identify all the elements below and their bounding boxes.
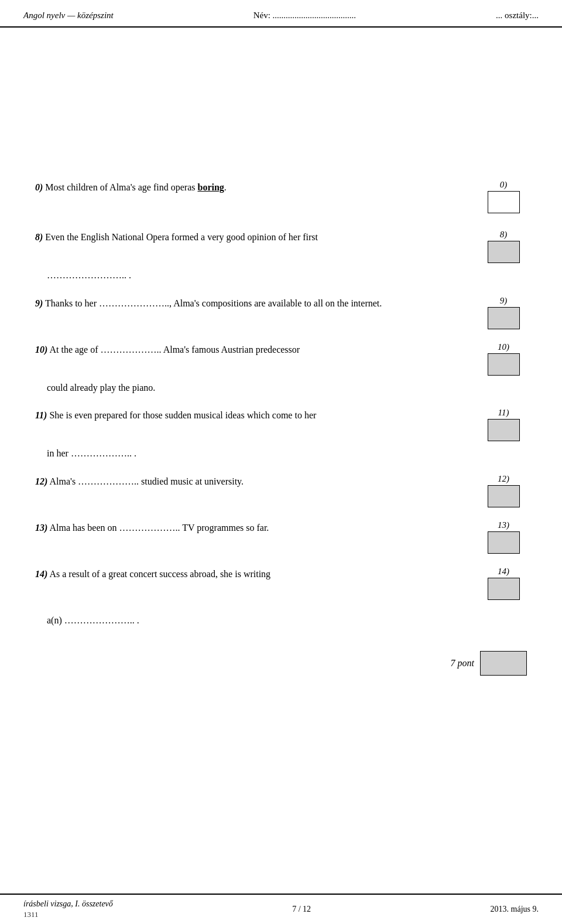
question-11-body: She is even prepared for those sudden mu…: [49, 410, 316, 420]
question-14-sub-text: a(n) ………………….. .: [47, 615, 139, 625]
question-14-sub: a(n) ………………….. .: [47, 613, 527, 628]
question-14-text: 14) As a result of a great concert succe…: [35, 567, 480, 582]
question-13-score-label: 13): [498, 520, 509, 530]
question-8-number: 8): [35, 232, 43, 242]
question-12-score-label: 12): [498, 474, 509, 484]
question-12-block: 12) Alma's ……………….. studied music at uni…: [35, 474, 527, 507]
question-8-score-label: 8): [500, 230, 508, 240]
question-0-body: Most children of Alma's age find operas …: [45, 182, 227, 192]
question-10-score-box: [488, 353, 520, 376]
question-10-sub: could already play the piano.: [47, 380, 527, 395]
question-9-score-label: 9): [500, 296, 508, 306]
question-13-body: Alma has been on ……………….. TV programmes …: [49, 523, 269, 533]
question-11-sub: in her ……………….. .: [47, 446, 527, 461]
question-10-score-area: 10): [480, 342, 527, 376]
question-14-body: As a result of a great concert success a…: [49, 569, 270, 579]
footer-right: 2013. május 9.: [491, 905, 539, 914]
question-10-number: 10): [35, 345, 47, 354]
question-8-score-box: [488, 241, 520, 263]
question-11-block: 11) She is even prepared for those sudde…: [35, 408, 527, 441]
question-10-body: At the age of ……………….. Alma's famous Aus…: [49, 345, 300, 354]
question-10-sub-text: could already play the piano.: [47, 383, 155, 393]
question-8-body: Even the English National Opera formed a…: [45, 232, 318, 242]
question-9-score-area: 9): [480, 296, 527, 329]
footer-bottom-left: 1311: [23, 910, 113, 919]
total-score-box: [480, 651, 527, 676]
question-8-text: 8) Even the English National Opera forme…: [35, 230, 480, 245]
question-13-number: 13): [35, 523, 47, 533]
question-14-score-box: [488, 578, 520, 600]
footer-center: 7 / 12: [292, 905, 311, 914]
question-9-body: Thanks to her ………………….., Alma's composit…: [45, 298, 382, 308]
total-row: 7 pont: [35, 651, 527, 676]
question-0-text: 0) Most children of Alma's age find oper…: [35, 180, 480, 195]
question-8-sub-text: …………………….. .: [47, 270, 131, 280]
question-12-text: 12) Alma's ……………….. studied music at uni…: [35, 474, 480, 489]
header-center: Név: ...................................…: [253, 11, 356, 21]
question-10-block: 10) At the age of ……………….. Alma's famous…: [35, 342, 527, 376]
question-11-score-label: 11): [498, 408, 509, 418]
question-13-score-box: [488, 531, 520, 554]
question-12-number: 12): [35, 476, 47, 486]
footer-left: írásbeli vizsga, I. összetevő: [23, 899, 113, 909]
question-0-number: 0): [35, 182, 43, 192]
main-content: 0) Most children of Alma's age find oper…: [0, 28, 562, 687]
header-right: ... osztály:...: [496, 11, 539, 21]
question-8-score-area: 8): [480, 230, 527, 263]
question-11-sub-text: in her ……………….. .: [47, 448, 136, 458]
question-14-score-label: 14): [498, 567, 509, 577]
question-9-block: 9) Thanks to her ………………….., Alma's compo…: [35, 296, 527, 329]
question-14-score-area: 14): [480, 567, 527, 600]
question-0-score-label: 0): [500, 180, 508, 190]
question-0-score-area: 0): [480, 180, 527, 213]
question-8-sub: …………………….. .: [47, 268, 527, 283]
question-11-score-box: [488, 419, 520, 441]
question-0-score-box: [488, 191, 520, 213]
question-13-block: 13) Alma has been on ……………….. TV program…: [35, 520, 527, 554]
question-9-number: 9): [35, 298, 43, 308]
page-footer: írásbeli vizsga, I. összetevő 1311 7 / 1…: [0, 894, 562, 924]
question-9-score-box: [488, 307, 520, 329]
question-14-block: 14) As a result of a great concert succe…: [35, 567, 527, 600]
total-label: 7 pont: [451, 658, 474, 669]
question-0-block: 0) Most children of Alma's age find oper…: [35, 180, 527, 213]
page-header: Angol nyelv — középszint Név: ..........…: [0, 0, 562, 28]
question-0-bold: boring: [197, 182, 224, 192]
question-8-block: 8) Even the English National Opera forme…: [35, 230, 527, 263]
header-left: Angol nyelv — középszint: [23, 11, 114, 21]
question-11-number: 11): [35, 410, 47, 420]
question-13-text: 13) Alma has been on ……………….. TV program…: [35, 520, 480, 536]
question-13-score-area: 13): [480, 520, 527, 554]
top-spacer: [35, 51, 527, 180]
question-12-score-box: [488, 485, 520, 507]
question-12-body: Alma's ……………….. studied music at univers…: [49, 476, 244, 486]
question-11-score-area: 11): [480, 408, 527, 441]
question-14-number: 14): [35, 569, 47, 579]
question-12-score-area: 12): [480, 474, 527, 507]
question-10-score-label: 10): [498, 342, 509, 352]
question-10-text: 10) At the age of ……………….. Alma's famous…: [35, 342, 480, 357]
question-11-text: 11) She is even prepared for those sudde…: [35, 408, 480, 423]
question-9-text: 9) Thanks to her ………………….., Alma's compo…: [35, 296, 480, 311]
